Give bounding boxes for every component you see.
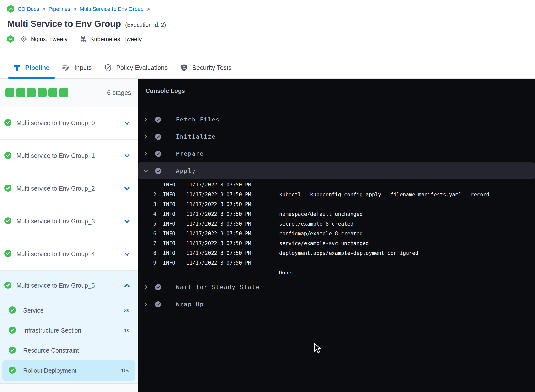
chevron-right-icon[interactable] <box>143 117 149 122</box>
success-check-icon <box>4 250 11 257</box>
console-header: Console Logs <box>138 79 535 103</box>
tab-bar: Pipeline Inputs Policy Evaluations Secur… <box>0 57 535 79</box>
title-row: Multi Service to Env Group (Execution Id… <box>0 13 535 29</box>
log-timestamp: 11/17/2022 3:07:50 PM <box>186 240 251 246</box>
execution-id: (Execution Id: 2) <box>125 22 166 28</box>
stage-row[interactable]: Multi service to Env Group_2 <box>0 172 138 205</box>
step-success-icon <box>155 151 161 157</box>
stage-status-icon <box>4 152 11 160</box>
log-level: INFO <box>163 182 175 188</box>
success-check-icon <box>4 152 11 159</box>
success-check-icon <box>4 282 11 289</box>
stage-label: Multi service to Env Group_5 <box>16 282 95 289</box>
chevron-down-icon[interactable] <box>123 185 131 193</box>
breadcrumb-separator-icon: > <box>42 6 45 12</box>
breadcrumb-separator-icon: > <box>74 6 76 12</box>
tab-pipeline[interactable]: Pipeline <box>8 57 55 78</box>
step-status-icon <box>9 327 16 335</box>
chevron-right-icon[interactable] <box>143 284 149 290</box>
log-line-number: 8 <box>138 250 156 256</box>
log-line: 7 INFO 11/17/2022 3:07:50 PM service/exa… <box>138 239 535 248</box>
console-step-label: Initialize <box>176 133 216 140</box>
infrastructure-group: Kubernetes, Tweety <box>80 35 142 43</box>
stage-row[interactable]: Multi service to Env Group_3 <box>0 205 138 238</box>
execution-step-row[interactable]: Service 3s <box>2 300 135 320</box>
execution-step-row[interactable]: Infrastructure Section 1s <box>2 320 135 340</box>
log-timestamp: 11/17/2022 3:07:50 PM <box>186 192 251 197</box>
chevron-down-icon[interactable] <box>123 217 131 226</box>
page-title: Multi Service to Env Group <box>7 19 121 29</box>
stage-status-square <box>38 88 47 97</box>
stage-status-squares <box>5 88 68 97</box>
console-step-row[interactable]: Wrap Up <box>138 296 535 313</box>
stage-status-icon <box>4 119 11 127</box>
log-timestamp: 11/17/2022 3:07:50 PM <box>186 182 251 188</box>
chevron-down-icon[interactable] <box>123 152 131 160</box>
success-check-icon <box>4 119 11 126</box>
breadcrumb-link-pipeline-name[interactable]: Multi Service to Env Group <box>80 6 144 12</box>
breadcrumb-link-cd-docs[interactable]: CD Docs <box>18 6 39 12</box>
stage-row[interactable]: Multi service to Env Group_4 <box>0 238 138 271</box>
chevron-down-icon[interactable] <box>123 250 131 258</box>
console-step-row[interactable]: Prepare <box>138 145 535 162</box>
chevron-down-icon[interactable] <box>123 119 131 127</box>
stage-status-square <box>48 88 57 97</box>
stage-status-square <box>16 88 25 97</box>
chevron-right-icon[interactable] <box>143 301 149 307</box>
console-step-label: Wait for Steady State <box>176 284 260 290</box>
success-check-icon <box>9 347 16 354</box>
stage-label: Multi service to Env Group_0 <box>16 120 95 127</box>
stage-row[interactable]: Multi service to Env Group_5 <box>0 271 138 300</box>
step-status-icon <box>9 367 16 375</box>
services-group: ⚙ Nginx, Tweety <box>20 35 68 43</box>
stage-row[interactable]: Multi service to Env Group_0 <box>0 107 138 140</box>
services-gear-icon: ⚙ <box>20 35 27 43</box>
tab-label: Pipeline <box>25 64 50 72</box>
step-success-icon <box>155 134 161 140</box>
step-label: Service <box>23 307 43 314</box>
chevron-up-icon[interactable] <box>123 281 131 290</box>
cd-module-icon: ∞ <box>7 5 14 13</box>
success-check-icon <box>9 306 16 314</box>
success-check-icon <box>4 217 11 224</box>
chevron-right-icon[interactable] <box>143 134 149 140</box>
stage-sidebar: 6 stages Multi service to Env Group_0 Mu… <box>0 79 138 392</box>
execution-step-row[interactable]: Resource Constraint <box>2 340 135 360</box>
console-step-row[interactable]: Initialize <box>138 128 535 145</box>
success-check-icon <box>4 185 11 192</box>
console-step-row[interactable]: Fetch Files <box>138 111 535 128</box>
log-level: INFO <box>163 192 175 197</box>
console-step-list: Fetch Files Initialize Prepare Apply 1 I… <box>138 103 535 313</box>
chevron-right-icon[interactable] <box>143 151 149 157</box>
log-line: 8 INFO 11/17/2022 3:07:50 PM deployment.… <box>138 248 535 258</box>
step-success-icon <box>155 117 161 123</box>
step-duration: 3s <box>124 307 129 313</box>
chevron-right-icon[interactable] <box>143 168 149 174</box>
tab-label: Inputs <box>75 64 92 72</box>
stage-label: Multi service to Env Group_1 <box>16 152 95 159</box>
tab-inputs[interactable]: Inputs <box>57 57 97 78</box>
security-shield-icon <box>181 64 188 72</box>
log-timestamp: 11/17/2022 3:07:50 PM <box>186 231 251 237</box>
log-line-number: 9 <box>138 260 156 266</box>
execution-step-row[interactable]: Rollout Deployment 10s <box>2 360 135 381</box>
policy-shield-icon <box>105 64 112 72</box>
breadcrumb-link-pipelines[interactable]: Pipelines <box>48 6 70 12</box>
console-step-row[interactable]: Wait for Steady State <box>138 279 535 296</box>
breadcrumb-separator-icon: > <box>147 6 150 12</box>
stage-row[interactable]: Multi service to Env Group_1 <box>0 140 138 172</box>
tab-policy-evaluations[interactable]: Policy Evaluations <box>99 57 173 78</box>
stage-status-icon <box>4 185 11 193</box>
log-timestamp: 11/17/2022 3:07:50 PM <box>186 250 251 256</box>
console-logs-panel: Console Logs Fetch Files Initialize Prep… <box>138 79 535 392</box>
step-success-icon <box>155 284 161 290</box>
step-label: Rollout Deployment <box>23 367 76 374</box>
inputs-icon <box>62 64 70 71</box>
log-level: INFO <box>163 260 175 266</box>
pipeline-icon <box>13 64 21 71</box>
tab-security-tests[interactable]: Security Tests <box>175 57 237 78</box>
log-line: 9 INFO 11/17/2022 3:07:50 PM <box>138 258 535 268</box>
console-step-row[interactable]: Apply <box>138 162 535 179</box>
step-label: Infrastructure Section <box>23 327 81 334</box>
sidebar-filler <box>0 384 138 392</box>
